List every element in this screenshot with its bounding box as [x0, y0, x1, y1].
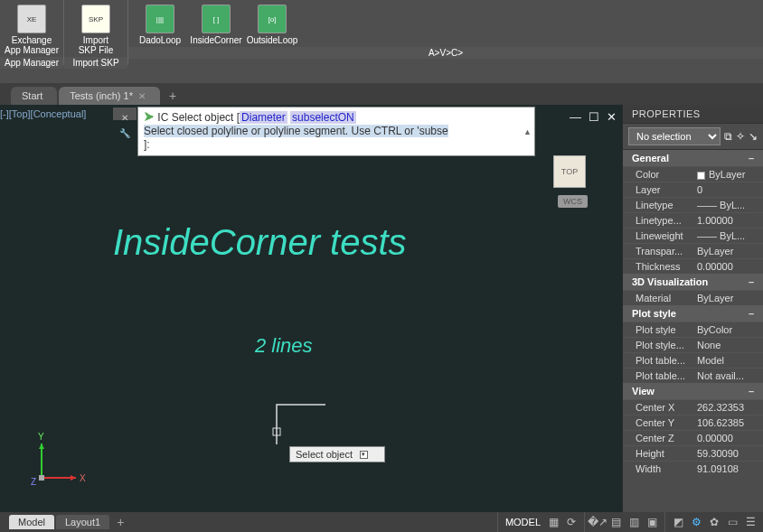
prop-value[interactable]: 262.32353 — [693, 402, 763, 413]
import-skp-button[interactable]: SKP Import SKP File — [68, 3, 124, 57]
insidecorner-button[interactable]: [ ] InsideCorner — [188, 3, 244, 47]
prop-value[interactable]: Not avail... — [693, 370, 763, 381]
properties-header[interactable]: PROPERTIES — [623, 105, 763, 124]
svg-marker-4 — [39, 443, 44, 449]
annotation-visibility-icon[interactable]: ▤ — [608, 515, 623, 529]
prop-key: Height — [636, 448, 693, 459]
tab-model[interactable]: Model — [9, 515, 54, 529]
prop-key: Lineweight — [636, 230, 693, 241]
prop-value[interactable]: ByLayer — [693, 293, 763, 303]
select-objects-icon[interactable]: ↘ — [749, 130, 758, 143]
prop-row[interactable]: Plot table...Not avail... — [623, 368, 763, 383]
prop-row[interactable]: Linetype...1.00000 — [623, 212, 763, 228]
prop-row[interactable]: Height59.30090 — [623, 445, 763, 461]
prop-value[interactable]: —— ByL... — [693, 200, 763, 210]
settings-gear-icon[interactable]: ✿ — [707, 515, 721, 529]
prop-value[interactable]: ByColor — [693, 324, 763, 335]
exchange-app-manager-button[interactable]: XE Exchange App Manager — [4, 3, 60, 57]
tab-layout1[interactable]: Layout1 — [56, 515, 109, 529]
ucs-icon[interactable]: X Y Z — [25, 431, 89, 494]
ucs-z-label: Z — [31, 477, 36, 487]
props-category-view[interactable]: View– — [623, 383, 763, 399]
ribbon-label: OutsideLoop — [247, 35, 298, 45]
skp-icon: SKP — [81, 5, 110, 33]
props-category-general[interactable]: General– — [623, 150, 763, 166]
prop-row[interactable]: Center X262.32353 — [623, 399, 763, 415]
prop-row[interactable]: ColorByLayer — [623, 166, 763, 182]
command-panel[interactable]: ✕ 🔧 ⮞ IC Select object [Diameter subsele… — [137, 107, 535, 156]
refresh-icon[interactable]: ⟳ — [564, 515, 579, 529]
close-icon[interactable]: ✕ — [138, 91, 146, 101]
annotation-scale-icon[interactable]: �⁠↗ — [590, 515, 605, 529]
prop-value[interactable]: 0.00000 — [693, 433, 763, 443]
prop-value[interactable]: ByLayer — [693, 246, 763, 257]
add-tab-button[interactable]: + — [162, 87, 184, 105]
annotation-auto-icon[interactable]: ▥ — [626, 515, 641, 529]
tooltip-text: Select object — [296, 449, 353, 460]
prop-value[interactable]: 0 — [693, 184, 763, 195]
customize-icon[interactable]: ☰ — [743, 515, 758, 529]
add-layout-button[interactable]: + — [111, 515, 129, 529]
drawing-subtitle-text: 2 lines — [255, 334, 313, 358]
prop-row[interactable]: Transpar...ByLayer — [623, 243, 763, 258]
isolate-icon[interactable]: ◩ — [671, 515, 685, 529]
clean-screen-icon[interactable]: ▭ — [725, 515, 739, 529]
grid-icon[interactable]: ▦ — [546, 515, 560, 529]
prop-row[interactable]: MaterialByLayer — [623, 290, 763, 305]
ribbon-group-label: App Manager — [0, 57, 63, 69]
command-text: IC Select object [ — [157, 111, 240, 124]
prop-value[interactable]: —— ByL... — [693, 230, 763, 241]
prop-row[interactable]: Center Z0.00000 — [623, 430, 763, 445]
ribbon-group-app-manager: XE Exchange App Manager App Manager — [0, 0, 64, 65]
prop-value[interactable]: Model — [693, 355, 763, 366]
ribbon-row: XE Exchange App Manager App Manager SKP … — [0, 0, 763, 65]
command-lines[interactable]: ⮞ IC Select object [Diameter subselectON… — [138, 107, 534, 155]
prop-value[interactable]: 0.00000 — [693, 261, 763, 272]
prop-row[interactable]: Width91.09108 — [623, 461, 763, 476]
drawing-geometry[interactable] — [271, 399, 334, 453]
modelspace-label[interactable]: MODEL — [504, 517, 542, 527]
prop-row[interactable]: Lineweight—— ByL... — [623, 228, 763, 243]
prop-value[interactable]: 59.30090 — [693, 448, 763, 459]
wcs-button[interactable]: WCS — [558, 195, 588, 208]
tab-tests-inch[interactable]: Tests (inch) 1* ✕ — [59, 87, 160, 105]
dadoloop-button[interactable]: |||| DadoLoop — [132, 3, 188, 47]
prop-row[interactable]: Linetype—— ByL... — [623, 197, 763, 212]
quick-select-icon[interactable]: ⧉ — [724, 130, 732, 143]
outsideloop-button[interactable]: [o] OutsideLoop — [244, 3, 300, 47]
tooltip-dropdown-icon[interactable]: ▾ — [360, 451, 368, 459]
prop-value[interactable]: 106.62385 — [693, 417, 763, 428]
prop-value[interactable]: 91.09108 — [693, 463, 763, 474]
prop-row[interactable]: Plot styleByColor — [623, 322, 763, 337]
prop-row[interactable]: Layer0 — [623, 182, 763, 197]
prop-row[interactable]: Plot table...Model — [623, 352, 763, 368]
ribbon-group-avc: |||| DadoLoop [ ] InsideCorner [o] Outsi… — [128, 0, 763, 65]
ribbon-label: DadoLoop — [139, 35, 181, 45]
command-keyword[interactable]: Diameter — [240, 111, 287, 124]
command-panel-handle[interactable]: ✕ 🔧 — [113, 107, 137, 120]
prop-key: Center X — [636, 402, 693, 413]
close-icon[interactable]: ✕ — [121, 113, 128, 123]
prop-row[interactable]: Center Y106.62385 — [623, 415, 763, 430]
command-keyword[interactable]: subselectON — [290, 111, 356, 124]
prop-row[interactable]: Thickness0.00000 — [623, 258, 763, 274]
selection-dropdown[interactable]: No selection — [628, 127, 721, 145]
drawing-canvas[interactable]: [-][Top][Conceptual] ✕ 🔧 ⮞ IC Select obj… — [0, 105, 622, 512]
tab-start[interactable]: Start — [11, 87, 57, 105]
prop-value[interactable]: ByLayer — [693, 169, 763, 180]
pick-add-icon[interactable]: ✧ — [736, 130, 745, 143]
close-button[interactable]: ✕ — [607, 110, 617, 124]
wrench-icon[interactable]: 🔧 — [119, 128, 130, 138]
view-tag[interactable]: [-][Top][Conceptual] — [0, 108, 86, 119]
props-category-plot-style[interactable]: Plot style– — [623, 305, 763, 322]
prop-value[interactable]: None — [693, 340, 763, 350]
workspace-switch-icon[interactable]: ▣ — [645, 515, 659, 529]
viewcube[interactable]: TOP — [553, 155, 586, 188]
minimize-button[interactable]: — — [570, 110, 581, 124]
scroll-up-icon[interactable]: ▲ — [523, 126, 532, 139]
maximize-button[interactable]: ☐ — [589, 110, 599, 124]
prop-value[interactable]: 1.00000 — [693, 215, 763, 226]
hardware-accel-icon[interactable]: ⚙ — [689, 515, 703, 529]
prop-row[interactable]: Plot style...None — [623, 337, 763, 352]
props-category-3d-visualization[interactable]: 3D Visualization– — [623, 274, 763, 290]
